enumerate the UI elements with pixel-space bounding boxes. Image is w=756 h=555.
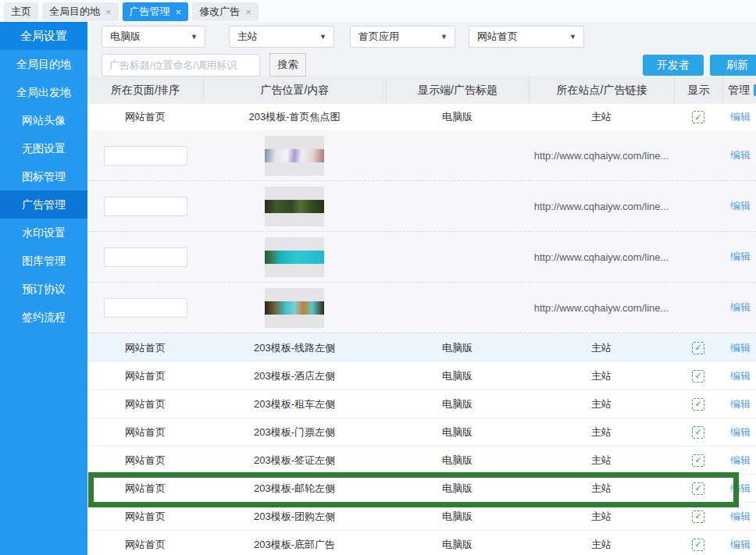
column-header-page-sort: 所在页面/排序 <box>87 76 203 104</box>
filter-select-site[interactable]: 主站 ▼ <box>229 26 334 48</box>
sort-input[interactable] <box>104 247 187 267</box>
page-cell: 网站首页 <box>87 341 203 355</box>
edit-link[interactable]: 编辑 <box>730 425 751 439</box>
filter-select-page[interactable]: 网站首页 ▼ <box>469 26 584 48</box>
site-cell: 主站 <box>529 341 674 355</box>
edit-link[interactable]: 编辑 <box>730 110 751 124</box>
sidebar-item-no-image-settings[interactable]: 无图设置 <box>0 134 87 162</box>
page-cell: 网站首页 <box>87 482 203 496</box>
sidebar-header: 全局设置 <box>0 22 87 50</box>
edit-link[interactable]: 编辑 <box>730 301 751 315</box>
ad-thumbnail-tropical-island <box>265 237 324 277</box>
ad-link-text: http://www.cqhaiyw.com/line... <box>534 302 669 314</box>
tab-label: 广告管理 <box>130 5 170 19</box>
ad-thumbnail-snow-mountain <box>265 136 324 176</box>
visible-checkbox-icon[interactable]: ✓ <box>692 511 704 523</box>
sidebar-item-booking-agreement[interactable]: 预订协议 <box>0 275 87 303</box>
table-row: 网站首页 203模板-门票左侧 电脑版 主站 ✓ 编辑- <box>87 418 756 446</box>
edit-link[interactable]: 编辑 <box>730 369 751 383</box>
filter-select-device[interactable]: 电脑版 ▼ <box>102 26 205 48</box>
edit-link[interactable]: 编辑 <box>730 454 751 468</box>
sidebar-item-icon-management[interactable]: 图标管理 <box>0 162 87 190</box>
edit-link[interactable]: 编辑 <box>730 148 751 162</box>
column-header-site-link: 所在站点/广告链接 <box>529 76 674 104</box>
visible-checkbox-icon[interactable]: ✓ <box>692 426 704 439</box>
sidebar-item-global-departure[interactable]: 全局出发地 <box>0 78 87 106</box>
search-button[interactable]: 搜索 <box>269 53 306 76</box>
search-input[interactable] <box>102 54 260 76</box>
filter-select-app[interactable]: 首页应用 ▼ <box>350 26 455 48</box>
edit-link[interactable]: 编辑 <box>730 397 751 411</box>
position-cell: 203模板-底部广告 <box>203 538 386 552</box>
visible-checkbox-icon[interactable]: ✓ <box>692 539 704 551</box>
table-row: 网站首页 203模板-签证左侧 电脑版 主站 ✓ 编辑- <box>87 446 756 474</box>
sidebar-item-site-avatar[interactable]: 网站头像 <box>0 106 87 134</box>
position-cell: 203模板-首页焦点图 <box>203 110 386 124</box>
edit-link[interactable]: 编辑 <box>730 199 751 213</box>
visible-checkbox-icon[interactable]: ✓ <box>692 482 704 495</box>
display-cell: 电脑版 <box>386 425 529 439</box>
tab-close-icon[interactable]: × <box>245 7 251 17</box>
sort-input[interactable] <box>104 298 187 318</box>
table-row-highlighted: 网站首页 203模板-邮轮左侧 电脑版 主站 ✓ 编辑- <box>87 474 756 502</box>
tab-close-icon[interactable]: × <box>105 7 112 17</box>
tab-close-icon[interactable]: × <box>176 7 182 17</box>
visible-checkbox-icon[interactable]: ✓ <box>692 454 704 467</box>
ad-link-text: http://www.cqhaiyw.com/line... <box>534 150 669 162</box>
sidebar-item-signing-process[interactable]: 签约流程 <box>0 303 87 331</box>
sidebar-item-global-destination[interactable]: 全局目的地 <box>0 50 87 78</box>
table-header: 所在页面/排序 广告位置/内容 显示端/广告标题 所在站点/广告链接 显示 管理… <box>87 76 756 104</box>
ad-thumbnail-green-valley <box>265 187 324 226</box>
page-cell: 网站首页 <box>87 454 203 468</box>
edit-link[interactable]: 编辑 <box>730 482 751 496</box>
sidebar-item-ad-management[interactable]: 广告管理 <box>0 190 87 219</box>
position-cell: 203模板-门票左侧 <box>203 425 386 439</box>
chevron-down-icon: ▼ <box>569 33 576 41</box>
page-cell: 网站首页 <box>87 110 203 124</box>
edit-link[interactable]: 编辑 <box>730 250 751 264</box>
refresh-button[interactable]: 刷新 <box>710 55 756 76</box>
table-row: 网站首页 203模板-线路左侧 电脑版 主站 ✓ 编辑- <box>87 333 756 361</box>
visible-checkbox-icon[interactable]: ✓ <box>692 398 704 411</box>
column-header-display-title: 显示端/广告标题 <box>386 76 529 104</box>
site-cell: 主站 <box>529 454 674 468</box>
display-cell: 电脑版 <box>386 510 529 524</box>
tab-global-destination[interactable]: 全局目的地 × <box>42 2 119 21</box>
sidebar-item-gallery-management[interactable]: 图库管理 <box>0 247 87 275</box>
developer-button[interactable]: 开发者 <box>643 55 704 76</box>
column-header-manage: 管理 ? <box>722 76 756 104</box>
visible-checkbox-icon[interactable]: ✓ <box>692 111 704 123</box>
table-row: 网站首页 203模板-团购左侧 电脑版 主站 ✓ 编辑- <box>87 502 756 530</box>
display-cell: 电脑版 <box>386 538 529 552</box>
site-cell: 主站 <box>529 369 674 383</box>
site-cell: 主站 <box>529 482 674 496</box>
tab-ad-management[interactable]: 广告管理 × <box>123 2 189 21</box>
tab-edit-ad[interactable]: 修改广告 × <box>192 2 259 21</box>
tab-label: 主页 <box>11 5 31 19</box>
site-cell: 主站 <box>529 110 674 124</box>
sort-input[interactable] <box>104 146 187 165</box>
tab-home[interactable]: 主页 <box>4 2 38 21</box>
sidebar-item-watermark-settings[interactable]: 水印设置 <box>0 219 87 247</box>
page-cell: 网站首页 <box>87 425 203 439</box>
table-row-image: http://www.cqhaiyw.com/line... 编辑- <box>87 232 756 283</box>
visible-checkbox-icon[interactable]: ✓ <box>692 342 704 354</box>
edit-link[interactable]: 编辑 <box>730 510 751 524</box>
tab-label: 全局目的地 <box>49 5 100 19</box>
edit-link[interactable]: 编辑 <box>730 538 751 552</box>
ad-thumbnail-colorful-lakes <box>265 288 324 328</box>
display-cell: 电脑版 <box>386 482 529 496</box>
table-row: 网站首页 203模板-租车左侧 电脑版 主站 ✓ 编辑- <box>87 390 756 418</box>
chevron-down-icon: ▼ <box>319 33 326 41</box>
sort-input[interactable] <box>104 197 187 216</box>
selected-value: 网站首页 <box>477 30 518 44</box>
table-row: 网站首页 203模板-酒店左侧 电脑版 主站 ✓ 编辑- <box>87 361 756 390</box>
visible-checkbox-icon[interactable]: ✓ <box>692 370 704 382</box>
position-cell: 203模板-线路左侧 <box>203 341 386 355</box>
table-row-image: http://www.cqhaiyw.com/line... 编辑- <box>87 283 756 333</box>
edit-link[interactable]: 编辑 <box>730 341 751 355</box>
page-cell: 网站首页 <box>87 397 203 411</box>
table-row: 网站首页 203模板-底部广告 电脑版 主站 ✓ 编辑- <box>87 530 756 555</box>
page-cell: 网站首页 <box>87 538 203 552</box>
display-cell: 电脑版 <box>386 397 529 411</box>
